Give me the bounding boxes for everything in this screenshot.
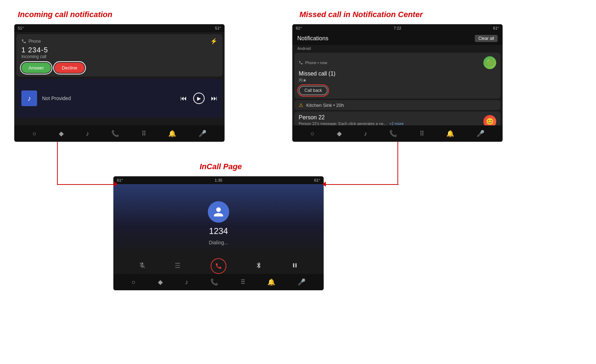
call-back-button[interactable]: Call back — [299, 86, 328, 95]
track-info: Not Provided — [42, 95, 71, 101]
missed-call-sub: 丙★ — [299, 78, 496, 83]
notif-app-info: Phone • now — [299, 61, 327, 65]
incall-controls — [113, 255, 324, 277]
bell-icon[interactable]: 🔔 — [168, 130, 176, 137]
status-temp-left-missed: 61° — [296, 26, 302, 30]
arrow-right-vertical — [397, 142, 398, 184]
notif-center-title: Notifications — [297, 35, 328, 42]
status-temp-right: 51° — [215, 26, 221, 30]
mic-icon-incall[interactable]: 🎤 — [298, 278, 305, 286]
caller-avatar-incall — [208, 201, 229, 223]
phone-nav-icon-missed[interactable]: 📞 — [389, 130, 397, 137]
keypad-icon-incall[interactable]: ⠿ — [241, 278, 245, 286]
nav-diamond-icon-incall[interactable]: ◆ — [158, 278, 163, 286]
end-call-button[interactable] — [211, 258, 226, 274]
missed-call-title: Missed call (1) — [299, 71, 496, 77]
arrow-left-horizontal — [57, 184, 116, 185]
caller-avatar-missed: 🟢 — [483, 56, 496, 69]
status-time-incall: 1:35 — [215, 178, 222, 182]
play-button[interactable]: ▶ — [193, 93, 205, 104]
incoming-call-section-title: Incoming call notification — [18, 10, 112, 19]
nav-diamond-icon[interactable]: ◆ — [59, 130, 64, 137]
missed-card-header: Phone • now 🟢 — [299, 56, 496, 69]
keypad-icon[interactable]: ⠿ — [142, 130, 146, 137]
home-icon[interactable]: ○ — [32, 130, 36, 137]
skip-forward-icon[interactable]: ⏭ — [211, 95, 217, 102]
mute-icon[interactable] — [139, 262, 146, 271]
arrow-left-tip — [114, 182, 118, 187]
status-temp-left: 51° — [18, 26, 24, 30]
phone-nav-icon-incall[interactable]: 📞 — [210, 278, 218, 286]
keypad-ctrl-icon[interactable] — [175, 262, 182, 271]
mic-icon[interactable]: 🎤 — [199, 130, 206, 137]
bottom-nav-incall: ○ ◆ ♪ 📞 ⠿ 🔔 🎤 — [113, 274, 324, 290]
clear-all-button[interactable]: Clear all — [475, 35, 498, 42]
status-bar-missed: 61° 7:22 61° — [292, 24, 503, 32]
incall-main: 1234 Dialing... — [113, 184, 324, 255]
status-time-missed: 7:22 — [394, 26, 401, 30]
pause-icon[interactable] — [291, 262, 298, 271]
bell-icon-missed[interactable]: 🔔 — [446, 130, 454, 137]
notif-center-header: Notifications Clear all — [292, 32, 503, 45]
status-temp-right-incall: 61° — [314, 178, 320, 182]
mic-icon-missed[interactable]: 🎤 — [477, 130, 484, 137]
skip-back-icon[interactable]: ⏮ — [180, 95, 187, 102]
notif-header: Phone ⚡ — [21, 38, 217, 45]
arrow-left-vertical — [57, 142, 58, 184]
bluetooth-ctrl-icon[interactable] — [255, 262, 262, 271]
kitchen-sink-card: ⚠ Kitchen Sink • 20h — [294, 100, 500, 110]
bell-icon-incall[interactable]: 🔔 — [267, 278, 275, 286]
missed-call-section-title: Missed call in Notification Center — [299, 10, 423, 19]
caller-number-incall: 1234 — [209, 226, 228, 236]
bluetooth-icon: ⚡ — [210, 38, 217, 45]
status-bar-incoming: 51° 51° — [14, 24, 225, 32]
phone-icon — [21, 39, 26, 44]
call-status: Dialing... — [209, 240, 228, 245]
missed-call-screen: 61° 7:22 61° Notifications Clear all And… — [292, 24, 503, 142]
incoming-call-screen: 51° 51° Phone ⚡ 1 234-5 Incoming call An… — [14, 24, 225, 142]
media-controls: ⏮ ▶ ⏭ — [180, 93, 217, 104]
status-bar-incall: 61° 1:35 61° — [113, 176, 324, 184]
missed-app-name: Phone • now — [305, 61, 327, 65]
decline-button[interactable]: Decline — [55, 63, 84, 73]
notif-actions: Answer Decline — [21, 63, 217, 73]
bottom-nav-missed: ○ ◆ ♪ 📞 ⠿ 🔔 🎤 — [292, 125, 503, 142]
incoming-label: Incoming call — [21, 54, 217, 59]
answer-button[interactable]: Answer — [21, 63, 51, 73]
person22-title: Person 22 — [299, 114, 404, 121]
android-label: Android — [292, 45, 503, 51]
missed-call-actions: Call back — [299, 86, 496, 95]
incall-section-title: InCall Page — [200, 162, 242, 171]
music-icon-incall[interactable]: ♪ — [185, 279, 188, 286]
music-icon[interactable]: ♪ — [86, 130, 89, 137]
incall-screen: 61° 1:35 61° 1234 Dialing... — [113, 176, 324, 290]
status-temp-right-missed: 61° — [493, 26, 499, 30]
arrow-right-tip — [322, 182, 326, 187]
missed-call-card: Phone • now 🟢 Missed call (1) 丙★ Call ba… — [294, 53, 500, 99]
home-icon-incall[interactable]: ○ — [132, 279, 135, 286]
music-icon-missed[interactable]: ♪ — [364, 130, 367, 137]
kitchen-sink-label: Kitchen Sink • 20h — [306, 103, 344, 108]
arrow-right-horizontal — [324, 184, 399, 185]
media-area: ♪ Not Provided ⏮ ▶ ⏭ — [16, 79, 222, 118]
bottom-nav-incoming: ○ ◆ ♪ 📞 ⠿ 🔔 🎤 — [14, 125, 225, 142]
phone-nav-icon[interactable]: 📞 — [111, 130, 119, 137]
phone-icon-missed — [299, 61, 303, 65]
album-art: ♪ — [21, 90, 37, 106]
nav-diamond-icon-missed[interactable]: ◆ — [337, 130, 342, 137]
notif-app-name: Phone — [29, 39, 41, 44]
incoming-notification-banner: Phone ⚡ 1 234-5 Incoming call Answer Dec… — [16, 34, 222, 77]
warning-icon: ⚠ — [299, 102, 303, 108]
caller-number: 1 234-5 — [21, 46, 217, 54]
keypad-icon-missed[interactable]: ⠿ — [420, 130, 424, 137]
home-icon-missed[interactable]: ○ — [310, 130, 314, 137]
status-temp-left-incall: 61° — [117, 178, 123, 182]
